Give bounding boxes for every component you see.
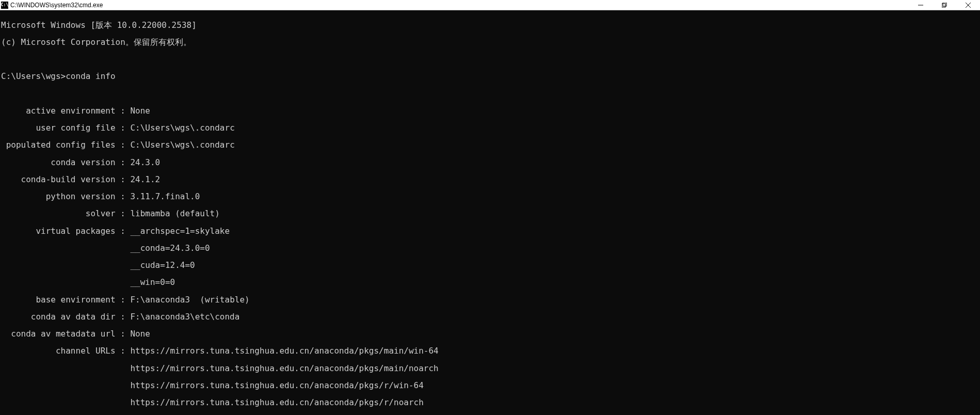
info-user-config: user config file : C:\Users\wgs\.condarc bbox=[1, 124, 979, 133]
info-python-version: python version : 3.11.7.final.0 bbox=[1, 193, 979, 201]
info-av-data-dir: conda av data dir : F:\anaconda3\etc\con… bbox=[1, 313, 979, 322]
svg-rect-1 bbox=[942, 4, 945, 7]
info-virtual-packages-3: __win=0=0 bbox=[1, 278, 979, 287]
info-channel-urls: channel URLs : https://mirrors.tuna.tsin… bbox=[1, 347, 979, 356]
title-left: C:\ C:\WINDOWS\system32\cmd.exe bbox=[0, 2, 103, 9]
svg-rect-2 bbox=[943, 3, 946, 6]
info-channel-urls-1: https://mirrors.tuna.tsinghua.edu.cn/ana… bbox=[1, 364, 979, 373]
info-conda-build-version: conda-build version : 24.1.2 bbox=[1, 175, 979, 184]
window-title: C:\WINDOWS\system32\cmd.exe bbox=[10, 2, 103, 9]
info-channel-urls-3: https://mirrors.tuna.tsinghua.edu.cn/ana… bbox=[1, 398, 979, 407]
command-prompt: C:\Users\wgs>conda info bbox=[1, 72, 979, 81]
blank-line bbox=[1, 55, 979, 64]
header-line-1: Microsoft Windows [版本 10.0.22000.2538] bbox=[1, 21, 979, 30]
info-conda-version: conda version : 24.3.0 bbox=[1, 158, 979, 167]
cmd-icon: C:\ bbox=[1, 2, 8, 9]
info-av-metadata-url: conda av metadata url : None bbox=[1, 330, 979, 339]
terminal-output[interactable]: Microsoft Windows [版本 10.0.22000.2538] (… bbox=[0, 10, 980, 415]
info-populated-config: populated config files : C:\Users\wgs\.c… bbox=[1, 141, 979, 150]
title-bar: C:\ C:\WINDOWS\system32\cmd.exe bbox=[0, 0, 980, 10]
info-virtual-packages-1: __conda=24.3.0=0 bbox=[1, 244, 979, 253]
info-active-env: active environment : None bbox=[1, 107, 979, 116]
header-line-2: (c) Microsoft Corporation。保留所有权利。 bbox=[1, 38, 979, 47]
minimize-button[interactable] bbox=[909, 0, 933, 10]
info-base-env: base environment : F:\anaconda3 (writabl… bbox=[1, 296, 979, 305]
window-controls bbox=[909, 0, 980, 10]
close-button[interactable] bbox=[956, 0, 980, 10]
info-solver: solver : libmamba (default) bbox=[1, 210, 979, 218]
info-virtual-packages-2: __cuda=12.4=0 bbox=[1, 261, 979, 270]
info-channel-urls-2: https://mirrors.tuna.tsinghua.edu.cn/ana… bbox=[1, 381, 979, 390]
info-virtual-packages: virtual packages : __archspec=1=skylake bbox=[1, 227, 979, 236]
maximize-button[interactable] bbox=[933, 0, 956, 10]
blank-line bbox=[1, 90, 979, 99]
